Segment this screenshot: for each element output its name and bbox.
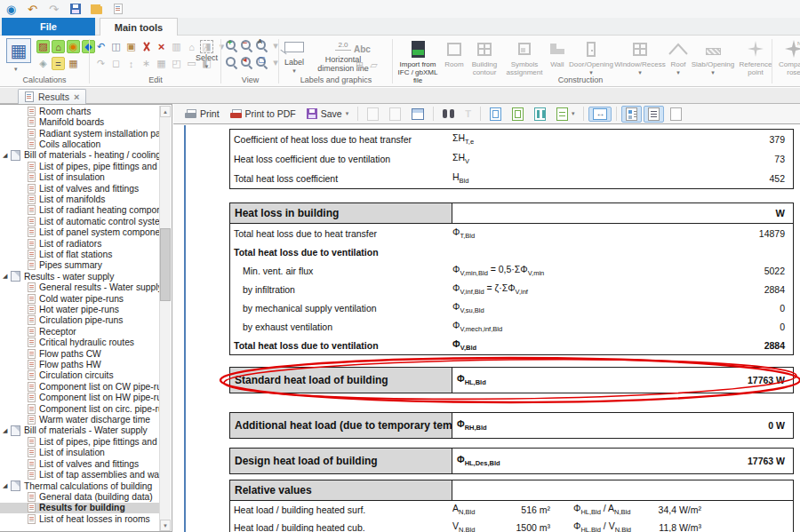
whole-page-view-icon[interactable] (485, 106, 506, 123)
resize-icon[interactable]: ◰ (170, 57, 183, 70)
zoom-window-icon[interactable]: ▢ (256, 57, 268, 68)
ribbon-button-compass-rose[interactable]: NCompassrose (776, 38, 800, 76)
tree-item[interactable]: ◢Bill of materials - heating / cooling (0, 150, 160, 161)
tree-item[interactable]: List of heat losses in rooms (0, 513, 160, 524)
zoom-all-icon[interactable]: A (256, 40, 268, 52)
tree-item[interactable]: Component list on CW pipe-runs (0, 381, 160, 392)
copy-icon[interactable]: ◫ (109, 40, 123, 53)
tree-item[interactable]: Room charts (0, 106, 160, 116)
tree-item[interactable]: Pipes summary (0, 260, 160, 271)
paste-report-icon[interactable] (363, 106, 383, 123)
tree-item[interactable]: Receptor (0, 326, 160, 337)
tree-item[interactable]: List of insulation (0, 448, 160, 458)
delete-icon[interactable]: × (155, 40, 168, 53)
select-button[interactable]: A Select ▾ (196, 40, 218, 71)
tree-item[interactable]: Results for building (0, 503, 160, 513)
calculations-button[interactable]: ▦ (6, 38, 31, 63)
ribbon-button-door-opening[interactable]: Door/Opening▾ (569, 38, 613, 76)
tree-item[interactable]: Component list on HW pipe-runs (0, 393, 160, 403)
scrollbar-thumb[interactable] (160, 228, 171, 301)
ribbon-button-slab-opening[interactable]: Slab/Opening▾ (691, 38, 735, 76)
tree-expander-icon[interactable]: ◢ (3, 482, 11, 489)
tree-item[interactable]: Flow paths CW (0, 348, 160, 359)
tree-item[interactable]: List of pipes, pipe fittings and couplin… (0, 161, 160, 171)
app-logo-icon[interactable]: ◉ (4, 3, 18, 16)
ribbon-button-symbols-assignment[interactable]: Symbolsassignment (503, 38, 546, 76)
graphic-pointer-icon[interactable]: ▱ (367, 59, 380, 72)
cut-icon[interactable] (140, 40, 153, 53)
ribbon-button-wall[interactable]: Wall (547, 38, 568, 68)
ribbon-button-roof[interactable]: Roof▾ (667, 38, 690, 76)
tab-main-tools[interactable]: Main tools (100, 18, 178, 36)
tree-item[interactable]: General data (building data) (0, 491, 160, 502)
open-icon[interactable] (90, 3, 103, 16)
label-button[interactable]: Label ▾ (284, 42, 304, 75)
pan-icon[interactable] (226, 57, 237, 68)
align-icon[interactable]: ▥ (170, 40, 183, 53)
print-to-pdf-button[interactable]: Print to PDF (226, 107, 300, 121)
page-color-view-icon[interactable] (508, 106, 528, 123)
save-icon[interactable] (68, 3, 82, 16)
ribbon-button-room[interactable]: Room (443, 38, 466, 68)
page-view-dropdown[interactable]: ▾ (270, 56, 281, 69)
tab-results[interactable]: Results × (18, 89, 86, 104)
zoom-in-icon[interactable]: + (226, 40, 237, 52)
tree-item[interactable]: ◢Thermal calculations of building (0, 480, 160, 491)
flip-vertical-icon[interactable]: ↕ (124, 57, 138, 70)
zoom-selection-dropdown[interactable]: ▾ (270, 39, 281, 52)
tree-item[interactable]: ◢Bill of materials - Water supply (0, 425, 160, 436)
pin-icon[interactable]: ∗ (140, 57, 153, 70)
tree-item[interactable]: List of panel system components (0, 226, 160, 237)
tree-item[interactable]: List of pipes, pipe fittings and couplin… (0, 436, 160, 447)
scroll-up-button[interactable]: ▲ (160, 106, 171, 117)
ribbon-button-window-recess[interactable]: Window/Recess▾ (614, 38, 666, 76)
tree-item[interactable]: Circulation pipe-runs (0, 315, 160, 326)
tree-item[interactable]: List of radiators (0, 238, 160, 249)
tree-item[interactable]: Critical hydraulic routes (0, 337, 160, 348)
tree-item[interactable]: List of automatic control system compo (0, 216, 160, 226)
two-column-view-icon[interactable] (530, 106, 550, 123)
font-icon[interactable]: T (460, 107, 476, 121)
scroll-down-button[interactable]: ▼ (160, 520, 171, 531)
tree-item[interactable]: Flow paths HW (0, 359, 160, 369)
calc-rooms-icon[interactable]: ⌂ (52, 40, 65, 53)
tree-item[interactable]: Radiant system installation parameters (0, 128, 160, 139)
calc-energy-icon[interactable]: ◉ (67, 40, 80, 53)
tree-item[interactable]: Cold water pipe-runs (0, 293, 160, 304)
close-tab-icon[interactable]: × (74, 91, 79, 102)
save-dropdown[interactable]: ▾ (346, 110, 349, 117)
tree-item[interactable]: Manifold boards (0, 116, 160, 127)
undo-edit-icon[interactable]: ↶ (94, 40, 108, 53)
tree-item[interactable]: List of insulation (0, 171, 160, 182)
thumbnails-view-icon[interactable] (621, 106, 642, 123)
outline-view-icon[interactable] (644, 106, 664, 123)
ribbon-button-reference-point[interactable]: Referencepoint (736, 38, 775, 76)
zoom-out-icon[interactable]: − (241, 40, 252, 52)
tree-expander-icon[interactable]: ◢ (3, 427, 11, 434)
frame-icon[interactable]: ◻ (109, 57, 123, 70)
tree-item[interactable]: General results - Water supply (0, 282, 160, 293)
tree-item[interactable]: Warm water discharge time (0, 414, 160, 425)
tree-item[interactable]: List of valves and fittings (0, 183, 160, 194)
tree-item[interactable]: List of tap assemblies and water outlet … (0, 469, 160, 480)
tree-scrollbar[interactable]: ▲ ▼ (159, 106, 171, 531)
redo-icon[interactable]: ↷ (47, 3, 60, 16)
text-abc-icon[interactable]: Abc (354, 44, 371, 54)
grid-check-icon[interactable]: ▦ (155, 57, 168, 70)
export-table-icon[interactable] (407, 107, 428, 122)
tab-file[interactable]: File (2, 18, 95, 36)
tree-item[interactable]: List of radiant heating components (0, 205, 160, 216)
legend-table-icon[interactable]: ⊞ (353, 59, 366, 72)
formulas-icon[interactable]: = (52, 57, 65, 70)
materials-icon[interactable]: ▦ (67, 57, 80, 70)
redo-edit-icon[interactable]: ↷ (94, 57, 108, 70)
tree-item[interactable]: List of valves and fittings (0, 458, 160, 469)
tree-item[interactable]: List of manifolds (0, 194, 160, 204)
fit-width-icon[interactable] (588, 107, 612, 122)
find-icon[interactable] (438, 107, 459, 120)
plain-page-icon[interactable] (666, 106, 686, 123)
calc-heating-icon[interactable]: ▨ (36, 40, 50, 53)
print-button[interactable]: Print (180, 107, 224, 121)
stamp-icon[interactable]: ◈ (36, 57, 50, 70)
new-document-icon[interactable] (111, 3, 124, 16)
